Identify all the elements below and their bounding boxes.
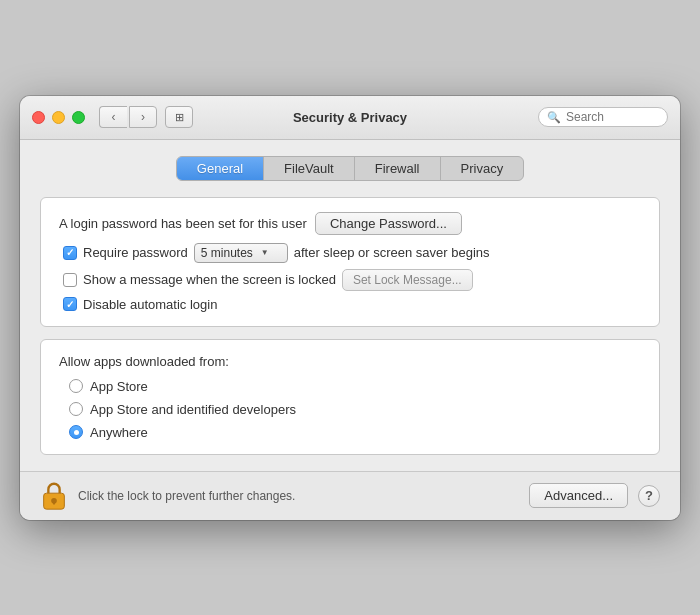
forward-button[interactable]: › — [129, 106, 157, 128]
traffic-lights — [32, 111, 85, 124]
radio-anywhere-label: Anywhere — [90, 425, 148, 440]
show-message-checkbox[interactable] — [63, 273, 77, 287]
general-panel: A login password has been set for this u… — [40, 197, 660, 327]
allow-apps-title: Allow apps downloaded from: — [59, 354, 641, 369]
tab-general[interactable]: General — [177, 157, 264, 180]
footer-lock-text: Click the lock to prevent further change… — [78, 489, 519, 503]
radio-anywhere-row: Anywhere — [69, 425, 641, 440]
search-input[interactable] — [566, 110, 659, 124]
radio-identified-row: App Store and identified developers — [69, 402, 641, 417]
radio-identified-label: App Store and identified developers — [90, 402, 296, 417]
tab-filevault[interactable]: FileVault — [264, 157, 355, 180]
after-sleep-label: after sleep or screen saver begins — [294, 245, 490, 260]
advanced-button[interactable]: Advanced... — [529, 483, 628, 508]
show-message-label: Show a message when the screen is locked — [83, 272, 336, 287]
help-button[interactable]: ? — [638, 485, 660, 507]
disable-login-row: Disable automatic login — [59, 297, 641, 312]
login-password-row: A login password has been set for this u… — [59, 212, 641, 235]
require-password-dropdown[interactable]: 5 minutes — [194, 243, 288, 263]
search-box[interactable]: 🔍 — [538, 107, 668, 127]
show-message-row: Show a message when the screen is locked… — [59, 269, 641, 291]
change-password-button[interactable]: Change Password... — [315, 212, 462, 235]
tab-privacy[interactable]: Privacy — [441, 157, 524, 180]
radio-app-store-label: App Store — [90, 379, 148, 394]
disable-login-label: Disable automatic login — [83, 297, 217, 312]
radio-app-store[interactable] — [69, 379, 83, 393]
radio-group: App Store App Store and identified devel… — [59, 379, 641, 440]
set-lock-message-button[interactable]: Set Lock Message... — [342, 269, 473, 291]
tab-firewall[interactable]: Firewall — [355, 157, 441, 180]
require-password-label: Require password — [83, 245, 188, 260]
grid-button[interactable]: ⊞ — [165, 106, 193, 128]
footer: Click the lock to prevent further change… — [20, 471, 680, 520]
tab-group: General FileVault Firewall Privacy — [176, 156, 524, 181]
require-password-checkbox[interactable] — [63, 246, 77, 260]
radio-anywhere[interactable] — [69, 425, 83, 439]
lock-icon[interactable] — [40, 480, 68, 512]
radio-identified[interactable] — [69, 402, 83, 416]
back-button[interactable]: ‹ — [99, 106, 127, 128]
disable-login-checkbox[interactable] — [63, 297, 77, 311]
require-password-row: Require password 5 minutes after sleep o… — [59, 243, 641, 263]
content-area: General FileVault Firewall Privacy A log… — [20, 140, 680, 471]
maximize-button[interactable] — [72, 111, 85, 124]
require-password-interval: 5 minutes — [201, 246, 253, 260]
login-password-text: A login password has been set for this u… — [59, 216, 307, 231]
search-icon: 🔍 — [547, 111, 561, 124]
window-title: Security & Privacy — [293, 110, 407, 125]
allow-apps-panel: Allow apps downloaded from: App Store Ap… — [40, 339, 660, 455]
radio-app-store-row: App Store — [69, 379, 641, 394]
minimize-button[interactable] — [52, 111, 65, 124]
main-window: ‹ › ⊞ Security & Privacy 🔍 General FileV… — [20, 96, 680, 520]
svg-rect-2 — [53, 500, 55, 504]
titlebar: ‹ › ⊞ Security & Privacy 🔍 — [20, 96, 680, 140]
help-icon: ? — [645, 488, 653, 503]
close-button[interactable] — [32, 111, 45, 124]
nav-buttons: ‹ › — [99, 106, 157, 128]
forward-icon: › — [141, 110, 145, 124]
grid-icon: ⊞ — [175, 111, 184, 124]
back-icon: ‹ — [112, 110, 116, 124]
tab-bar: General FileVault Firewall Privacy — [40, 156, 660, 181]
